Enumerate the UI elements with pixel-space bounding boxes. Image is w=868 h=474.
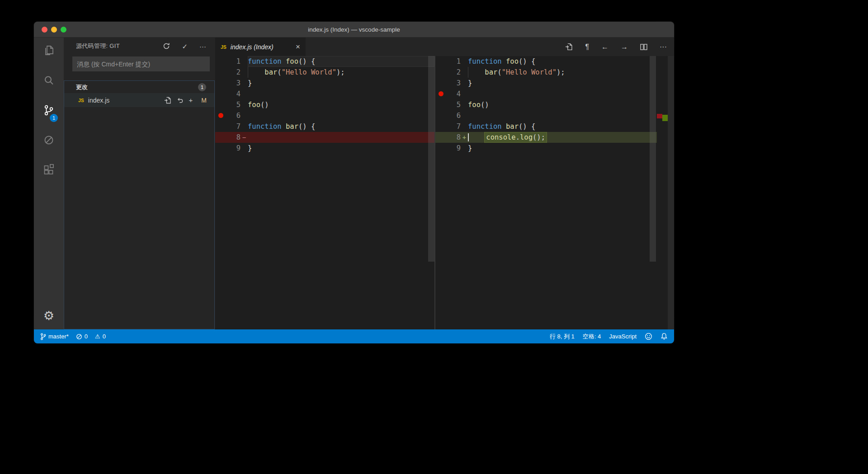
- code-text[interactable]: foo(): [468, 99, 657, 110]
- code-text[interactable]: }: [468, 78, 657, 89]
- line-number[interactable]: 6: [451, 110, 461, 121]
- glyph-margin[interactable]: [215, 143, 231, 154]
- code-line-3[interactable]: 3}: [435, 78, 657, 89]
- code-line-9[interactable]: 9}: [435, 143, 657, 154]
- open-file-button[interactable]: [565, 43, 573, 51]
- line-number[interactable]: 1: [451, 56, 461, 67]
- code-text[interactable]: }: [248, 143, 434, 154]
- line-number[interactable]: 7: [231, 121, 241, 132]
- code-text[interactable]: console.log();: [468, 132, 657, 143]
- overview-ruler[interactable]: [657, 56, 668, 329]
- glyph-margin[interactable]: [215, 110, 231, 121]
- scrollbar-thumb[interactable]: [428, 56, 434, 262]
- line-number[interactable]: 9: [231, 143, 241, 154]
- code-text[interactable]: [248, 110, 434, 121]
- breakpoint-dot[interactable]: [218, 113, 223, 118]
- glyph-margin[interactable]: [215, 121, 231, 132]
- code-text[interactable]: function foo() {: [468, 56, 657, 67]
- language-mode-item[interactable]: JavaScript: [609, 333, 637, 340]
- line-number[interactable]: 2: [451, 67, 461, 78]
- glyph-margin[interactable]: [435, 56, 451, 67]
- line-number[interactable]: 8: [231, 132, 241, 143]
- glyph-margin[interactable]: [435, 67, 451, 78]
- code-text[interactable]: bar("Hello World");: [248, 67, 434, 78]
- stage-changes-button[interactable]: +: [189, 97, 193, 103]
- cursor-position-item[interactable]: 行 8, 列 1: [550, 333, 575, 341]
- code-text[interactable]: }: [468, 143, 657, 154]
- commit-message-input[interactable]: [72, 56, 210, 71]
- warnings-item[interactable]: ⚠ 0: [95, 333, 106, 340]
- notifications-item[interactable]: [660, 333, 668, 340]
- navigate-back-button[interactable]: ←: [601, 43, 609, 51]
- code-text[interactable]: function bar() {: [248, 121, 434, 132]
- glyph-margin[interactable]: [215, 56, 231, 67]
- glyph-margin[interactable]: [435, 89, 451, 99]
- titlebar[interactable]: index.js (Index) — vscode-sample: [34, 22, 674, 38]
- line-number[interactable]: 4: [231, 89, 241, 99]
- commit-button[interactable]: ✓: [182, 43, 188, 50]
- tab-close-button[interactable]: ×: [296, 43, 300, 51]
- glyph-margin[interactable]: [215, 67, 231, 78]
- code-line-5[interactable]: 5foo(): [435, 99, 657, 110]
- line-number[interactable]: 3: [231, 78, 241, 89]
- discard-changes-button[interactable]: [177, 97, 184, 103]
- line-number[interactable]: 3: [451, 78, 461, 89]
- scrollbar-thumb[interactable]: [650, 56, 656, 262]
- more-actions-button[interactable]: ···: [660, 43, 667, 51]
- code-line-2[interactable]: 2 bar("Hello World");: [435, 67, 657, 78]
- line-number[interactable]: 5: [451, 99, 461, 110]
- code-line-4[interactable]: 4: [215, 89, 434, 99]
- line-number[interactable]: 9: [451, 143, 461, 154]
- code-text[interactable]: foo(): [248, 99, 434, 110]
- changes-section-header[interactable]: 更改 1: [64, 81, 214, 93]
- glyph-margin[interactable]: [435, 78, 451, 89]
- glyph-margin[interactable]: [435, 110, 451, 121]
- code-line-7[interactable]: 7function bar() {: [215, 121, 434, 132]
- code-text[interactable]: [468, 110, 657, 121]
- errors-item[interactable]: 0: [76, 333, 88, 340]
- split-editor-button[interactable]: [640, 44, 647, 50]
- code-text[interactable]: [248, 132, 434, 143]
- code-line-4[interactable]: 4: [435, 89, 657, 99]
- glyph-margin[interactable]: [435, 99, 451, 110]
- line-number[interactable]: 8: [451, 132, 461, 143]
- code-line-3[interactable]: 3}: [215, 78, 434, 89]
- breakpoint-dot[interactable]: [439, 91, 443, 96]
- more-actions-button[interactable]: ···: [199, 43, 206, 50]
- toggle-whitespace-button[interactable]: ¶: [585, 43, 589, 51]
- activity-item-extensions[interactable]: [34, 159, 64, 181]
- code-line-6[interactable]: 6: [215, 110, 434, 121]
- changed-file-row[interactable]: JS index.js: [64, 93, 214, 107]
- code-line-9[interactable]: 9}: [215, 143, 434, 154]
- code-line-5[interactable]: 5foo(): [215, 99, 434, 110]
- code-text[interactable]: [468, 89, 657, 99]
- glyph-margin[interactable]: [215, 89, 231, 99]
- code-text[interactable]: [248, 89, 434, 99]
- tab-indexjs-diff[interactable]: JS index.js (Index) ×: [215, 38, 306, 56]
- line-number[interactable]: 6: [231, 110, 241, 121]
- glyph-margin[interactable]: [215, 78, 231, 89]
- glyph-margin[interactable]: [435, 132, 451, 143]
- code-line-6[interactable]: 6: [435, 110, 657, 121]
- activity-item-explorer[interactable]: [34, 40, 64, 61]
- glyph-margin[interactable]: [435, 121, 451, 132]
- activity-item-debug[interactable]: [34, 129, 64, 151]
- feedback-item[interactable]: [645, 333, 652, 340]
- glyph-margin[interactable]: [215, 99, 231, 110]
- refresh-button[interactable]: [163, 42, 170, 50]
- code-line-2[interactable]: 2 bar("Hello World");: [215, 67, 434, 78]
- line-number[interactable]: 2: [231, 67, 241, 78]
- code-text[interactable]: function foo() {: [248, 56, 434, 67]
- code-text[interactable]: bar("Hello World");: [468, 67, 657, 78]
- line-number[interactable]: 4: [451, 89, 461, 99]
- open-file-button[interactable]: [164, 97, 171, 104]
- code-line-1[interactable]: 1function foo() {: [215, 56, 434, 67]
- glyph-margin[interactable]: [215, 132, 231, 143]
- settings-gear-button[interactable]: ⚙: [34, 305, 64, 327]
- line-number[interactable]: 5: [231, 99, 241, 110]
- code-text[interactable]: }: [248, 78, 434, 89]
- branch-item[interactable]: master*: [40, 333, 69, 340]
- activity-item-search[interactable]: [34, 70, 64, 91]
- activity-item-source-control[interactable]: 1: [34, 99, 64, 121]
- code-line-8[interactable]: 8−: [215, 132, 434, 143]
